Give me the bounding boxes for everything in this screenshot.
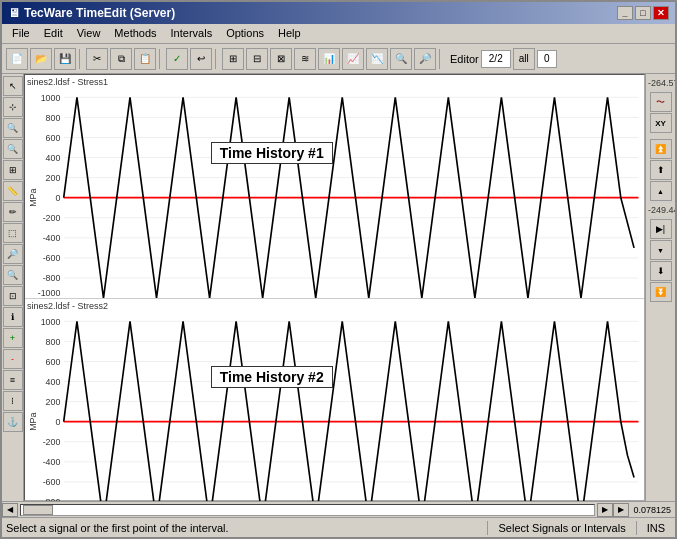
menu-help[interactable]: Help: [272, 26, 307, 41]
rp-up-sm[interactable]: ▲: [650, 181, 672, 201]
lt-anchor[interactable]: ⚓: [3, 412, 23, 432]
lt-measure[interactable]: 📏: [3, 181, 23, 201]
svg-text:1000: 1000: [41, 93, 61, 103]
tb-sep3: [215, 49, 219, 69]
tb-b2[interactable]: ⊟: [246, 48, 268, 70]
chart2: sines2.ldsf - Stress2 Time History #2 10: [25, 299, 644, 501]
status-ins: INS: [641, 522, 671, 534]
lt-zoom-fit2[interactable]: ⊡: [3, 286, 23, 306]
lt-add[interactable]: +: [3, 328, 23, 348]
menu-file[interactable]: File: [6, 26, 36, 41]
svg-text:MPa: MPa: [28, 188, 38, 206]
chart2-label: Time History #2: [211, 366, 333, 388]
tb-check[interactable]: ✓: [166, 48, 188, 70]
menu-view[interactable]: View: [71, 26, 107, 41]
svg-text:0: 0: [55, 193, 60, 203]
chart2-filename: sines2.ldsf - Stress2: [27, 301, 108, 311]
tb-all[interactable]: all: [513, 48, 535, 70]
rp-bottom[interactable]: ⏬: [650, 282, 672, 302]
lt-zoom-in2[interactable]: 🔎: [3, 244, 23, 264]
chart1-filename: sines2.ldsf - Stress1: [27, 77, 108, 87]
count-input[interactable]: [537, 50, 557, 68]
status-sep1: [487, 521, 488, 535]
chart1: sines2.ldsf - Stress1 Time History #1 10: [25, 75, 644, 299]
lt-zoom-in[interactable]: 🔍: [3, 118, 23, 138]
tb-b4[interactable]: ≋: [294, 48, 316, 70]
svg-text:600: 600: [46, 357, 61, 367]
right-value2: -249.441284: [646, 202, 675, 218]
lt-arrow[interactable]: ↖: [3, 76, 23, 96]
tb-undo[interactable]: ↩: [190, 48, 212, 70]
app-icon: 🖥: [8, 6, 20, 20]
maximize-button[interactable]: □: [635, 6, 651, 20]
lt-zoom-out2[interactable]: 🔍: [3, 265, 23, 285]
scroll-thumb[interactable]: [23, 505, 53, 515]
rp-down-sm[interactable]: ▼: [650, 240, 672, 260]
scroll-value: 0.078125: [629, 505, 675, 515]
main-area: ↖ ⊹ 🔍 🔍 ⊞ 📏 ✏ ⬚ 🔎 🔍 ⊡ ℹ + - ≡ ⁞ ⚓ sines2…: [2, 74, 675, 501]
right-value1: -264.576202: [646, 76, 675, 91]
tb-sep2: [159, 49, 163, 69]
svg-text:-600: -600: [43, 477, 61, 487]
svg-text:800: 800: [46, 113, 61, 123]
tb-copy[interactable]: ⧉: [110, 48, 132, 70]
chart1-label: Time History #1: [211, 142, 333, 164]
lt-info[interactable]: ℹ: [3, 307, 23, 327]
menu-intervals[interactable]: Intervals: [165, 26, 219, 41]
lt-stack[interactable]: ≡: [3, 370, 23, 390]
tb-open[interactable]: 📂: [30, 48, 52, 70]
title-bar-left: 🖥 TecWare TimeEdit (Server): [8, 6, 175, 20]
svg-text:0: 0: [55, 417, 60, 427]
page-input[interactable]: [481, 50, 511, 68]
lt-zoom-out[interactable]: 🔍: [3, 139, 23, 159]
tb-sep1: [79, 49, 83, 69]
tb-b6[interactable]: 📈: [342, 48, 364, 70]
lt-info2[interactable]: ⁞: [3, 391, 23, 411]
svg-text:-400: -400: [43, 457, 61, 467]
menu-methods[interactable]: Methods: [108, 26, 162, 41]
tb-paste[interactable]: 📋: [134, 48, 156, 70]
lt-fit[interactable]: ⊞: [3, 160, 23, 180]
close-button[interactable]: ✕: [653, 6, 669, 20]
svg-text:-1000: -1000: [38, 288, 61, 298]
lt-pencil[interactable]: ✏: [3, 202, 23, 222]
scroll-right-2[interactable]: ▶: [613, 503, 629, 517]
svg-text:-400: -400: [43, 233, 61, 243]
svg-text:-800: -800: [43, 497, 61, 501]
editor-label: Editor: [450, 53, 479, 65]
scroll-left[interactable]: ◀: [2, 503, 18, 517]
minimize-button[interactable]: _: [617, 6, 633, 20]
svg-text:-200: -200: [43, 437, 61, 447]
tb-b8[interactable]: 🔍: [390, 48, 412, 70]
tb-b7[interactable]: 📉: [366, 48, 388, 70]
menu-options[interactable]: Options: [220, 26, 270, 41]
svg-text:1000: 1000: [41, 317, 61, 327]
svg-text:-800: -800: [43, 273, 61, 283]
lt-cursor[interactable]: ⊹: [3, 97, 23, 117]
tb-b1[interactable]: ⊞: [222, 48, 244, 70]
rp-up[interactable]: ⬆: [650, 160, 672, 180]
tb-b9[interactable]: 🔎: [414, 48, 436, 70]
rp-top[interactable]: ⏫: [650, 139, 672, 159]
rp-play[interactable]: ▶|: [650, 219, 672, 239]
menu-edit[interactable]: Edit: [38, 26, 69, 41]
svg-text:800: 800: [46, 337, 61, 347]
svg-text:200: 200: [46, 397, 61, 407]
lt-remove[interactable]: -: [3, 349, 23, 369]
rp-wave[interactable]: 〜: [650, 92, 672, 112]
tb-cut[interactable]: ✂: [86, 48, 108, 70]
charts-container: sines2.ldsf - Stress1 Time History #1 10: [24, 74, 645, 501]
svg-text:400: 400: [46, 377, 61, 387]
tb-sep4: [439, 49, 443, 69]
title-bar-controls: _ □ ✕: [617, 6, 669, 20]
lt-region[interactable]: ⬚: [3, 223, 23, 243]
tb-b5[interactable]: 📊: [318, 48, 340, 70]
scroll-track[interactable]: [20, 504, 595, 516]
status-bar: Select a signal or the first point of th…: [2, 517, 675, 537]
tb-new[interactable]: 📄: [6, 48, 28, 70]
scroll-right-1[interactable]: ▶: [597, 503, 613, 517]
rp-xy[interactable]: XY: [650, 113, 672, 133]
tb-save[interactable]: 💾: [54, 48, 76, 70]
tb-b3[interactable]: ⊠: [270, 48, 292, 70]
rp-down[interactable]: ⬇: [650, 261, 672, 281]
